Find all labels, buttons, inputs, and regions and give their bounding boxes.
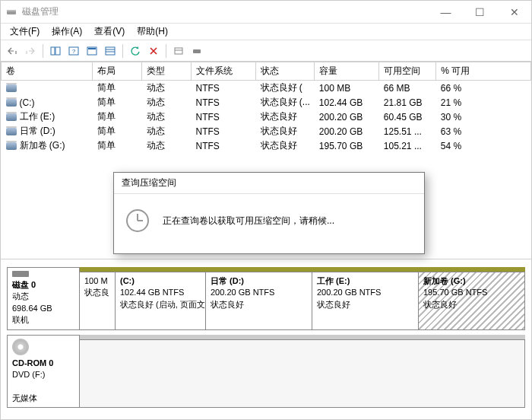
col-filesystem[interactable]: 文件系统 <box>192 62 256 81</box>
col-status[interactable]: 状态 <box>256 62 315 81</box>
svg-text:?: ? <box>72 48 76 55</box>
toolbar: ? <box>1 40 531 62</box>
partition-e[interactable]: 工作 (E:) 200.20 GB NTFS 状态良好 <box>312 272 419 330</box>
properties-button[interactable] <box>84 43 100 59</box>
disk-icon <box>12 271 29 277</box>
disk-row-0: 磁盘 0 动态 698.64 GB 联机 100 M 状态良 (C:) 102.… <box>7 267 525 330</box>
title-bar: 磁盘管理 — ☐ ✕ <box>1 1 531 24</box>
help-button[interactable]: ? <box>65 43 82 59</box>
menu-view[interactable]: 查看(V) <box>88 24 131 40</box>
refresh-button[interactable] <box>127 43 144 59</box>
disk-state: 联机 <box>12 315 29 324</box>
dialog-title: 查询压缩空间 <box>114 173 424 194</box>
svg-rect-2 <box>51 47 55 55</box>
col-pctfree[interactable]: % 可用 <box>436 62 531 81</box>
svg-rect-3 <box>55 47 60 55</box>
toolbar-separator <box>43 44 43 58</box>
toolbar-separator <box>122 44 123 58</box>
table-row[interactable]: 工作 (E:)简单动态NTFS状态良好200.20 GB60.45 GB30 % <box>2 110 531 124</box>
show-hide-tree-button[interactable] <box>47 43 64 59</box>
maximize-button[interactable]: ☐ <box>463 1 497 24</box>
col-volume[interactable]: 卷 <box>2 62 93 81</box>
settings-button[interactable] <box>170 43 187 59</box>
clock-icon <box>126 209 149 232</box>
partition-g[interactable]: 新加卷 (G:) 195.70 GB NTFS 状态良好 <box>418 272 525 330</box>
svg-rect-11 <box>175 48 182 54</box>
menu-file[interactable]: 文件(F) <box>4 24 46 40</box>
volume-icon <box>6 84 17 92</box>
disk-size: 698.64 GB <box>12 304 52 313</box>
svg-rect-8 <box>106 47 115 55</box>
menu-help[interactable]: 帮助(H) <box>131 24 174 40</box>
app-icon <box>5 6 17 18</box>
disk-title: 磁盘 0 <box>12 280 36 289</box>
delete-button[interactable] <box>145 43 162 59</box>
disk-header-0[interactable]: 磁盘 0 动态 698.64 GB 联机 <box>7 267 80 330</box>
volume-icon <box>6 142 17 150</box>
window-controls: — ☐ ✕ <box>429 1 531 24</box>
svg-rect-13 <box>193 49 201 53</box>
shrink-query-dialog: 查询压缩空间 正在查询卷以获取可用压缩空间，请稍候... <box>113 172 425 254</box>
disk-map-area: 磁盘 0 动态 698.64 GB 联机 100 M 状态良 (C:) 102.… <box>1 259 531 420</box>
table-row[interactable]: 简单动态NTFS状态良好 (100 MB66 MB66 % <box>2 81 531 96</box>
forward-button[interactable] <box>22 43 39 59</box>
disk-layout-button[interactable] <box>188 43 205 59</box>
cdrom-title: CD-ROM 0 <box>12 358 53 368</box>
col-free[interactable]: 可用空间 <box>379 62 436 81</box>
cdrom-header[interactable]: CD-ROM 0 DVD (F:) 无媒体 <box>7 335 80 409</box>
cdrom-icon <box>12 339 29 355</box>
partition-system[interactable]: 100 M 状态良 <box>79 272 116 330</box>
cdrom-state: 无媒体 <box>12 393 37 402</box>
window-title: 磁盘管理 <box>22 5 429 18</box>
table-row[interactable]: 日常 (D:)简单动态NTFS状态良好200.20 GB125.51 ...63… <box>2 124 531 138</box>
menu-bar: 文件(F) 操作(A) 查看(V) 帮助(H) <box>1 24 531 40</box>
minimize-button[interactable]: — <box>429 1 463 24</box>
volume-icon <box>6 99 17 107</box>
svg-rect-7 <box>88 48 96 49</box>
volume-icon <box>6 113 17 121</box>
menu-action[interactable]: 操作(A) <box>46 24 88 40</box>
disk-kind: 动态 <box>12 291 29 301</box>
close-button[interactable]: ✕ <box>497 1 531 24</box>
table-header-row: 卷 布局 类型 文件系统 状态 容量 可用空间 % 可用 <box>2 62 531 81</box>
partition-c[interactable]: (C:) 102.44 GB NTFS 状态良好 (启动, 页面文 <box>115 272 206 330</box>
dialog-body: 正在查询卷以获取可用压缩空间，请稍候... <box>114 194 424 253</box>
table-row[interactable]: 新加卷 (G:)简单动态NTFS状态良好195.70 GB105.21 ...5… <box>2 138 531 153</box>
cdrom-kind: DVD (F:) <box>12 370 45 379</box>
volume-table: 卷 布局 类型 文件系统 状态 容量 可用空间 % 可用 简单动态NTFS状态良… <box>1 62 531 153</box>
list-view-button[interactable] <box>102 43 119 59</box>
cdrom-partition[interactable] <box>79 339 525 409</box>
volume-icon <box>6 128 17 135</box>
disk-row-cdrom: CD-ROM 0 DVD (F:) 无媒体 <box>7 335 525 409</box>
dialog-message: 正在查询卷以获取可用压缩空间，请稍候... <box>163 215 334 228</box>
col-type[interactable]: 类型 <box>142 62 192 81</box>
col-capacity[interactable]: 容量 <box>315 62 379 81</box>
svg-rect-1 <box>7 10 16 11</box>
table-row[interactable]: (C:)简单动态NTFS状态良好 (...102.44 GB21.81 GB21… <box>2 95 531 110</box>
partition-d[interactable]: 日常 (D:) 200.20 GB NTFS 状态良好 <box>205 272 312 330</box>
back-button[interactable] <box>4 43 21 59</box>
cdrom-strip <box>80 335 525 409</box>
toolbar-separator <box>166 44 166 58</box>
col-layout[interactable]: 布局 <box>93 62 142 81</box>
partition-strip: 100 M 状态良 (C:) 102.44 GB NTFS 状态良好 (启动, … <box>80 267 525 330</box>
